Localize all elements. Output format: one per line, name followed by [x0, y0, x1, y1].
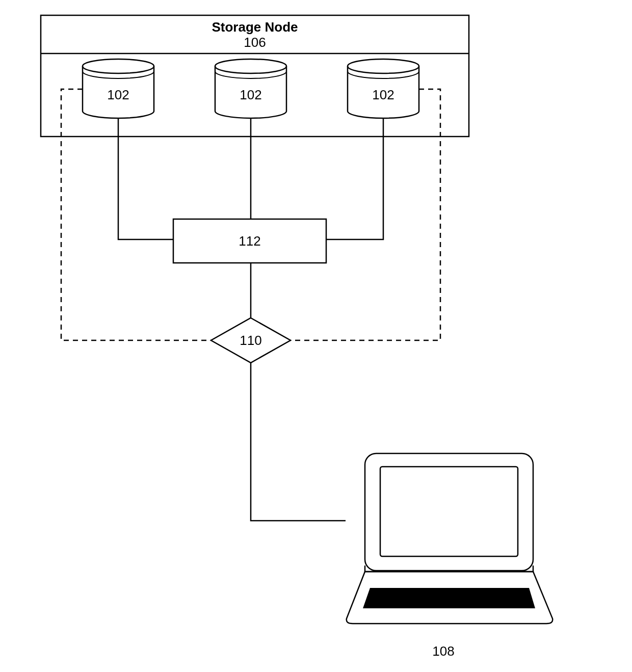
decision-diamond: 110	[211, 318, 291, 363]
cylinder-1-label: 102	[107, 87, 129, 102]
diagram-canvas: Storage Node 106 102 102 102 112	[0, 0, 632, 672]
cylinder-3: 102	[348, 59, 419, 118]
decision-label: 110	[240, 333, 261, 348]
svg-point-2	[83, 59, 154, 73]
cylinder-2: 102	[215, 59, 286, 118]
computer-ref: 108	[432, 643, 454, 659]
svg-point-8	[348, 59, 419, 73]
svg-marker-15	[363, 588, 535, 608]
connector-diamond-laptop	[251, 363, 346, 521]
process-box-label: 112	[239, 233, 260, 249]
storage-node-title: Storage Node	[212, 19, 298, 35]
cylinder-1: 102	[83, 59, 154, 118]
svg-rect-14	[380, 467, 518, 556]
cylinder-3-label: 102	[372, 87, 394, 102]
cylinder-2-label: 102	[240, 87, 261, 102]
process-box: 112	[173, 219, 326, 263]
storage-node-ref: 106	[244, 35, 266, 50]
computer-icon	[347, 453, 553, 624]
svg-rect-13	[365, 453, 533, 571]
svg-point-5	[215, 59, 286, 73]
